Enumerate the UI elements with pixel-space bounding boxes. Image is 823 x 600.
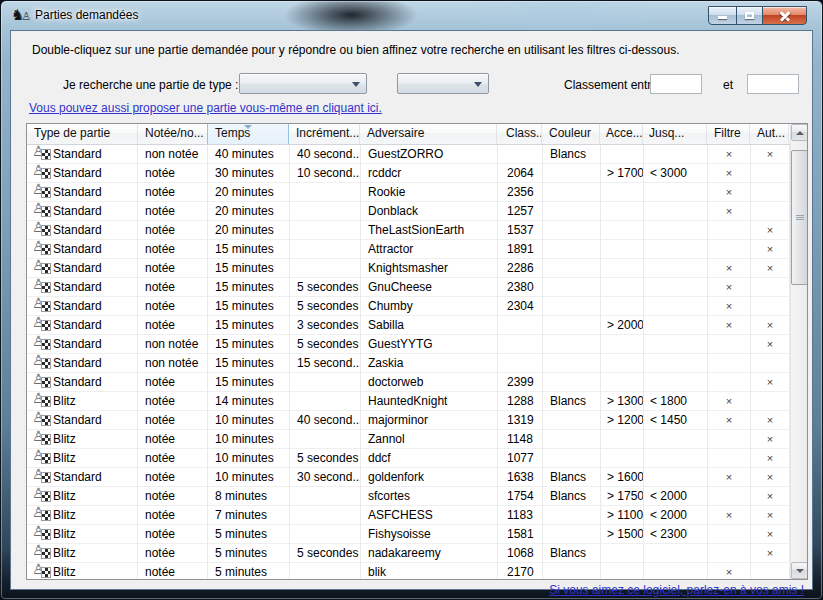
table-row[interactable]: Standard notée 20 minutes Rookie 2356 ×	[27, 183, 790, 202]
cell-adversary: doctorweb	[361, 373, 498, 392]
cell-color	[543, 297, 601, 316]
cell-rating: 1537	[498, 221, 543, 240]
cell-min-rating: > 1750	[601, 487, 644, 506]
cell-min-rating	[601, 145, 644, 164]
table-row[interactable]: Standard non notée 15 minutes 15 second.…	[27, 354, 790, 373]
table-row[interactable]: Blitz notée 5 minutes 5 secondes nadakar…	[27, 544, 790, 563]
table-row[interactable]: Standard notée 20 minutes TheLastSionEar…	[27, 221, 790, 240]
cell-time: 40 minutes	[208, 145, 290, 164]
table-row[interactable]: Standard notée 10 minutes 40 second... m…	[27, 411, 790, 430]
cell-adversary: GnuCheese	[361, 278, 498, 297]
table-row[interactable]: Standard notée 20 minutes Donblack 1257 …	[27, 202, 790, 221]
table-row[interactable]: Blitz notée 7 minutes ASFCHESS 1183 > 11…	[27, 506, 790, 525]
cell-auto	[751, 183, 790, 202]
column-header-rated[interactable]: Notée/no...	[138, 124, 208, 144]
cell-filter: ×	[708, 145, 751, 164]
table-row[interactable]: Standard notée 10 minutes 30 second... g…	[27, 468, 790, 487]
column-header-increment[interactable]: Incrément...	[289, 124, 360, 144]
table-row[interactable]: Standard notée 15 minutes 5 secondes Gnu…	[27, 278, 790, 297]
column-header-max-rating[interactable]: Jusq...	[643, 124, 707, 144]
cell-time: 5 minutes	[208, 563, 290, 580]
cell-game-type: Standard	[27, 468, 138, 487]
cell-increment: 30 second...	[290, 468, 361, 487]
titlebar[interactable]: Parties demandées	[1, 1, 822, 30]
cell-time: 20 minutes	[208, 202, 290, 221]
cell-rated: notée	[138, 202, 208, 221]
scroll-down-button[interactable]	[791, 562, 808, 579]
table-row[interactable]: Blitz notée 10 minutes Zannol 1148 ×	[27, 430, 790, 449]
scrollbar-thumb[interactable]	[791, 150, 808, 285]
cell-time: 30 minutes	[208, 164, 290, 183]
chess-piece-icon	[34, 166, 51, 180]
share-link[interactable]: Si vous aimez ce logiciel, parlez-en à v…	[549, 583, 804, 597]
cell-adversary: rcddcr	[361, 164, 498, 183]
cell-min-rating	[601, 183, 644, 202]
column-header-type[interactable]: Type de partie	[27, 124, 138, 144]
table-row[interactable]: Standard notée 15 minutes 3 secondes Sab…	[27, 316, 790, 335]
rating-min-input[interactable]	[650, 74, 702, 94]
table-row[interactable]: Standard non notée 40 minutes 40 second.…	[27, 145, 790, 164]
chess-piece-icon	[34, 261, 51, 275]
cell-filter: ×	[708, 259, 751, 278]
scroll-up-button[interactable]	[791, 124, 808, 141]
propose-game-link[interactable]: Vous pouvez aussi proposer une partie vo…	[29, 101, 382, 115]
cell-min-rating	[601, 278, 644, 297]
table-row[interactable]: Standard non notée 15 minutes 5 secondes…	[27, 335, 790, 354]
column-header-filter[interactable]: Filtre	[707, 124, 750, 144]
cell-game-type: Standard	[27, 373, 138, 392]
close-icon	[779, 10, 791, 22]
cell-game-type: Standard	[27, 164, 138, 183]
sort-arrow-icon	[244, 125, 252, 129]
cell-adversary: Chumby	[361, 297, 498, 316]
cell-time: 20 minutes	[208, 221, 290, 240]
close-button[interactable]	[762, 6, 807, 25]
game-type-select[interactable]	[239, 73, 367, 94]
table-row[interactable]: Blitz notée 10 minutes 5 secondes ddcf 1…	[27, 449, 790, 468]
table-row[interactable]: Blitz notée 8 minutes sfcortes 1754 Blan…	[27, 487, 790, 506]
cell-increment: 5 secondes	[290, 449, 361, 468]
cell-time: 10 minutes	[208, 430, 290, 449]
game-category-select[interactable]	[397, 73, 489, 94]
minimize-button[interactable]	[708, 6, 737, 25]
table-row[interactable]: Standard notée 15 minutes 5 secondes Chu…	[27, 297, 790, 316]
maximize-button[interactable]	[736, 6, 763, 25]
table-row[interactable]: Blitz notée 14 minutes HauntedKnight 128…	[27, 392, 790, 411]
cell-filter	[708, 221, 751, 240]
cell-game-type: Standard	[27, 183, 138, 202]
cell-color	[543, 278, 601, 297]
chess-piece-icon	[34, 375, 51, 389]
table-row[interactable]: Standard notée 15 minutes Attractor 1891…	[27, 240, 790, 259]
cell-filter	[708, 335, 751, 354]
table-row[interactable]: Blitz notée 5 minutes Fishysoisse 1581 >…	[27, 525, 790, 544]
column-header-color[interactable]: Couleur	[542, 124, 600, 144]
rating-max-input[interactable]	[747, 74, 799, 94]
column-header-auto[interactable]: Aut...	[750, 124, 789, 144]
cell-time: 10 minutes	[208, 468, 290, 487]
chess-piece-icon	[34, 394, 51, 408]
cell-max-rating: < 2000	[644, 487, 708, 506]
column-header-time[interactable]: Temps	[207, 124, 289, 144]
cell-rating	[498, 145, 543, 164]
column-header-min-rating[interactable]: Acce...	[600, 124, 643, 144]
cell-game-type: Blitz	[27, 430, 138, 449]
cell-increment	[290, 183, 361, 202]
cell-rating: 2286	[498, 259, 543, 278]
table-row[interactable]: Standard notée 15 minutes Knightsmasher …	[27, 259, 790, 278]
chess-piece-icon	[34, 223, 51, 237]
cell-max-rating	[644, 221, 708, 240]
cell-rated: notée	[138, 240, 208, 259]
cell-rating: 1068	[498, 544, 543, 563]
cell-increment: 40 second...	[290, 145, 361, 164]
table-row[interactable]: Standard notée 15 minutes doctorweb 2399…	[27, 373, 790, 392]
vertical-scrollbar[interactable]	[790, 124, 807, 579]
table-row[interactable]: Blitz notée 5 minutes blik 2170 ×	[27, 563, 790, 580]
chess-piece-icon	[34, 527, 51, 541]
cell-time: 15 minutes	[208, 316, 290, 335]
cell-time: 15 minutes	[208, 278, 290, 297]
cell-game-type: Standard	[27, 278, 138, 297]
cell-game-type: Standard	[27, 354, 138, 373]
column-header-adversary[interactable]: Adversaire	[360, 124, 497, 144]
table-row[interactable]: Standard notée 30 minutes 10 second... r…	[27, 164, 790, 183]
column-header-rating[interactable]: Class...	[497, 124, 542, 144]
cell-max-rating	[644, 449, 708, 468]
